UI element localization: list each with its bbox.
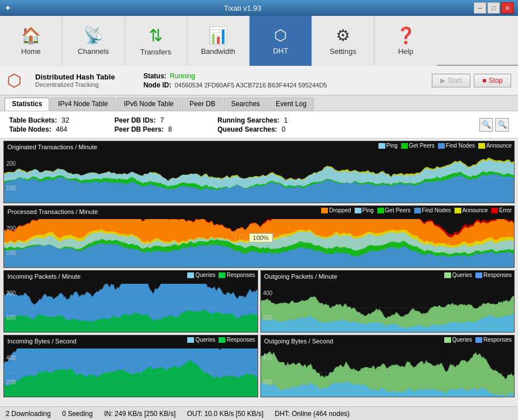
tab-searches[interactable]: Searches <box>224 98 267 111</box>
chart-row-packets: Incoming Packets / Minute Queries Respon… <box>3 270 515 333</box>
play-icon: ▶ <box>440 77 445 85</box>
chart-row-bytes: Incoming Bytes / Second Queries Response… <box>3 335 515 397</box>
dht-logo-icon: ⬡ <box>7 70 22 90</box>
status-downloading: 2 Downloading <box>6 410 50 418</box>
channels-icon: 📡 <box>83 26 103 45</box>
nav-label-home: Home <box>21 47 41 56</box>
chart-incoming-packets: Incoming Packets / Minute Queries Respon… <box>3 270 258 333</box>
chart-processed-title: Processed Transactions / Minute <box>4 207 102 216</box>
status-bar: 2 Downloading 0 Seeding IN: 249 KB/s [25… <box>0 406 518 420</box>
chart-originated-canvas <box>4 154 514 203</box>
start-button[interactable]: ▶ Start <box>432 74 470 87</box>
peerdb-peers-label: Peer DB Peers: <box>115 125 164 133</box>
chart-outgoing-bytes-canvas <box>261 348 515 397</box>
dht-icon: ⬡ <box>274 27 287 44</box>
chart-processed-yaxis: 200 100 <box>6 206 16 267</box>
tab-ipv4[interactable]: IPv4 Node Table <box>50 98 115 111</box>
dht-status-label: Status: <box>144 72 167 80</box>
peerdb-ids-value: 7 <box>161 116 165 124</box>
stat-group-table: Table Buckets: 32 Table Nodes: 464 <box>9 116 69 133</box>
close-button[interactable]: ✕ <box>501 2 513 14</box>
status-seeding: 0 Seeding <box>62 410 92 418</box>
chart-originated-title: Originated Transactions / Minute <box>4 142 100 152</box>
nav-item-help[interactable]: ❓ Help <box>374 16 437 66</box>
dht-info-bar: ⬡ Distributed Hash Table Decentralized T… <box>0 66 518 95</box>
search-button-2[interactable]: 🔍 <box>495 118 509 132</box>
chart-processed: Processed Transactions / Minute Dropped … <box>3 205 515 268</box>
dht-title: Distributed Hash Table <box>35 73 115 81</box>
home-icon: 🏠 <box>21 26 41 45</box>
settings-icon: ⚙ <box>336 26 350 45</box>
peerdb-ids-label: Peer DB IDs: <box>115 116 156 124</box>
tab-eventlog[interactable]: Event Log <box>268 98 314 111</box>
chart-originated-legend: Ping Get Peers Find Nodes Announce <box>378 142 512 149</box>
chart-incoming-bytes-yaxis: 400 200 <box>6 335 16 397</box>
chart-outgoing-packets-canvas <box>261 284 515 332</box>
running-searches-value: 1 <box>284 116 288 124</box>
maximize-button[interactable]: □ <box>487 2 500 14</box>
peerdb-peers-value: 8 <box>169 125 172 133</box>
table-buckets-label: Table Buckets: <box>9 116 57 124</box>
stop-label: Stop <box>488 77 503 85</box>
dht-nodeid-value: 04560534 2FD60AF5 A3CB7216 B63F4424 5952… <box>175 82 327 89</box>
dht-subtitle: Decentralized Tracking <box>35 81 115 88</box>
chart-incoming-bytes-legend: Queries Responses <box>187 337 255 343</box>
chart-incoming-packets-canvas <box>4 284 258 332</box>
transfers-icon: ⇅ <box>149 26 163 45</box>
help-icon: ❓ <box>396 26 416 45</box>
chart-incoming-bytes: Incoming Bytes / Second Queries Response… <box>3 335 258 397</box>
chart-outgoing-packets-legend: Queries Responses <box>444 272 512 278</box>
running-searches-label: Running Searches: <box>217 116 279 124</box>
chart-outgoing-packets-title: Outgoing Packets / Minute <box>261 272 341 281</box>
table-buckets-value: 32 <box>61 116 69 124</box>
nav-item-home[interactable]: 🏠 Home <box>0 16 62 66</box>
status-dht: DHT: Online (464 nodes) <box>275 410 349 418</box>
stop-button[interactable]: ■ Stop <box>474 74 511 87</box>
chart-incoming-packets-yaxis: 200 100 <box>6 271 16 332</box>
chart-outgoing-packets: Outgoing Packets / Minute Queries Respon… <box>260 270 515 333</box>
chart-originated-yaxis: 200 100 <box>6 141 16 203</box>
title-bar-icon: ✦ <box>5 3 11 12</box>
chart-processed-legend: Dropped Ping Get Peers Find Nodes Announ… <box>321 207 512 213</box>
tabs-bar: Statistics IPv4 Node Table IPv6 Node Tab… <box>0 95 518 111</box>
status-out-speed: OUT: 10.0 KB/s [50 KB/s] <box>187 410 264 418</box>
stat-group-searches: Running Searches: 1 Queued Searches: 0 <box>217 116 288 133</box>
nav-label-dht: DHT <box>273 47 288 55</box>
table-nodes-label: Table Nodes: <box>9 125 51 133</box>
queued-searches-label: Queued Searches: <box>217 125 277 133</box>
start-label: Start <box>448 77 462 85</box>
nav-item-transfers[interactable]: ⇅ Transfers <box>125 16 187 66</box>
chart-outgoing-bytes-legend: Queries Responses <box>444 337 512 343</box>
title-bar-title: Tixati v1.93 <box>11 4 474 12</box>
nav-label-transfers: Transfers <box>140 48 171 56</box>
chart-tooltip: 100% <box>249 233 273 242</box>
dht-title-section: Distributed Hash Table Decentralized Tra… <box>35 73 115 88</box>
stat-group-peerdb: Peer DB IDs: 7 Peer DB Peers: 8 <box>115 116 172 133</box>
search-button-1[interactable]: 🔍 <box>479 118 493 132</box>
chart-incoming-bytes-canvas <box>4 348 258 397</box>
minimize-button[interactable]: ─ <box>474 2 486 14</box>
nav-label-help: Help <box>398 47 414 56</box>
dht-status-value: Running <box>170 72 195 80</box>
title-bar: ✦ Tixati v1.93 ─ □ ✕ <box>0 0 518 16</box>
search-icons: 🔍 🔍 <box>479 118 509 132</box>
nav-item-bandwidth[interactable]: 📊 Bandwidth <box>187 16 250 66</box>
chart-originated: Originated Transactions / Minute Ping Ge… <box>3 141 515 203</box>
table-nodes-value: 464 <box>56 125 67 133</box>
tab-ipv6[interactable]: IPv6 Node Table <box>116 98 181 111</box>
chart-processed-canvas <box>4 219 514 267</box>
nav-item-dht[interactable]: ⬡ DHT <box>250 16 312 66</box>
stop-icon: ■ <box>482 77 486 85</box>
nav-label-bandwidth: Bandwidth <box>201 47 235 56</box>
nav-item-channels[interactable]: 📡 Channels <box>62 16 125 66</box>
tab-peerdb[interactable]: Peer DB <box>182 98 222 111</box>
tab-statistics[interactable]: Statistics <box>5 98 49 111</box>
nav-label-channels: Channels <box>78 47 109 56</box>
bandwidth-icon: 📊 <box>208 26 228 45</box>
title-bar-controls[interactable]: ─ □ ✕ <box>474 2 513 14</box>
chart-outgoing-bytes: Outgoing Bytes / Second Queries Response… <box>260 335 515 397</box>
main-content: Originated Transactions / Minute Ping Ge… <box>0 138 518 406</box>
nav-item-settings[interactable]: ⚙ Settings <box>312 16 374 66</box>
chart-incoming-packets-title: Incoming Packets / Minute <box>4 272 84 281</box>
queued-searches-value: 0 <box>282 125 286 133</box>
